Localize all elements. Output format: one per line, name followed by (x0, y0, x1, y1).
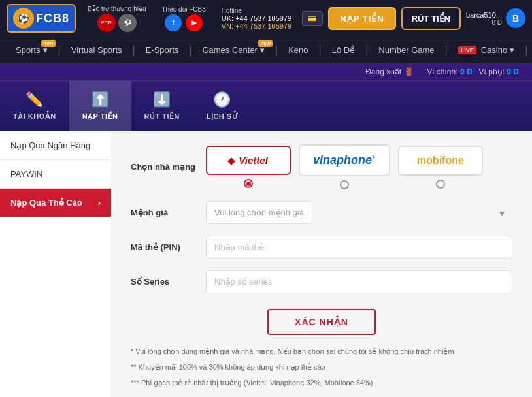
logout-icon: 🚪 (404, 67, 414, 76)
nav-virtual-sports[interactable]: Virtual Sports (62, 37, 131, 63)
user-avatar[interactable]: B (506, 8, 525, 28)
logout-button[interactable]: Đăng xuất 🚪 (365, 67, 414, 76)
rut-tien-icon: ⬇️ (153, 91, 171, 108)
note-1: * Vui lòng chọn đúng mệnh giá và nhà mạn… (131, 345, 512, 358)
hotline-area: Hotline UK: +44 7537 105979 VN: +44 7537… (222, 7, 291, 30)
user-area: barca510... 0 D B (466, 8, 525, 28)
nav-divider-7: | (444, 44, 449, 56)
sidebar-item-paywin[interactable]: PAYWIN (0, 160, 111, 189)
nap-tien-label: NẠP TIỀN (82, 112, 118, 121)
tab-tai-khoan[interactable]: ✏️ TÀI KHOẢN (0, 81, 69, 131)
nav-sports[interactable]: Sports ▾ (7, 37, 57, 63)
rut-tien-label: RÚT TIỀN (144, 112, 180, 121)
nav-divider-3: | (188, 44, 193, 56)
viettel-radio[interactable] (244, 179, 253, 188)
confirm-button[interactable]: XÁC NHẬN (267, 309, 376, 335)
hotline-uk: UK: +44 7537 105979 (222, 14, 291, 22)
main-nav: Sports ▾ | Virtual Sports | E-Sports | G… (0, 37, 532, 63)
sidebar-item-ngan-hang[interactable]: Nạp Qua Ngân Hàng (0, 131, 111, 160)
nav-virtual-sports-label: Virtual Sports (71, 45, 122, 55)
tab-nap-tien[interactable]: ⬆️ NẠP TIỀN (69, 81, 131, 131)
tai-khoan-label: TÀI KHOẢN (13, 112, 56, 121)
live-badge: LIVE (458, 46, 476, 54)
sidebar-arrow-icon: › (98, 198, 101, 208)
nav-esports[interactable]: E-Sports (137, 37, 188, 63)
header: ⚽ FCB8 Bảo trợ thương hiệu FCB ⚽ Theo dõ… (0, 0, 532, 37)
sponsor-label: Bảo trợ thương hiệu (88, 5, 146, 12)
wallet-symbol: 💳 (308, 14, 317, 23)
vinaphone-radio[interactable] (340, 180, 349, 189)
nav-lo-de[interactable]: Lô Đề (323, 37, 364, 63)
nav-casino-arrow: ▾ (510, 45, 514, 55)
nav-casino-label: Casino (481, 45, 507, 55)
main-form: Chọn nhà mạng Viettel vinaphone+ (111, 131, 532, 397)
sponsor-logo-1: FCB (97, 14, 116, 32)
nav-games-label: Games Center (202, 45, 258, 55)
vinaphone-logo: vinaphone+ (313, 153, 376, 167)
nav-lo-de-label: Lô Đề (332, 45, 355, 55)
note-2: ** Khuyến mãi 100% và 30% không áp dụng … (131, 361, 512, 374)
tab-rut-tien[interactable]: ⬇️ RÚT TIỀN (131, 81, 193, 131)
so-series-input[interactable] (206, 270, 512, 293)
nap-tien-button[interactable]: NẠP TIỀN (328, 7, 395, 30)
account-top: Đăng xuất 🚪 Ví chính: 0 D Ví phụ: 0 D (0, 63, 532, 81)
wallet-icon: 💳 (302, 11, 323, 26)
ma-the-label: Mã thẻ (PIN) (131, 242, 196, 252)
wallet-info: Ví chính: 0 D Ví phụ: 0 D (427, 67, 519, 76)
nav-keno-label: Keno (288, 45, 308, 55)
confirm-btn-row: XÁC NHẬN (131, 309, 512, 335)
sponsor-area: Bảo trợ thương hiệu FCB ⚽ (88, 5, 146, 32)
content-area: Nạp Qua Ngân Hàng PAYWIN Nạp Qua Thẻ Cào… (0, 131, 532, 397)
sidebar-ngan-hang-label: Nạp Qua Ngân Hàng (10, 140, 90, 150)
ma-the-input[interactable] (206, 236, 512, 259)
sidebar-item-the-cao[interactable]: Nạp Qua Thẻ Cào › (0, 189, 111, 217)
account-panel: Đăng xuất 🚪 Ví chính: 0 D Ví phụ: 0 D ✏️… (0, 63, 532, 131)
nav-casino[interactable]: LIVE Casino ▾ (449, 37, 524, 63)
nav-divider-6: | (364, 44, 369, 56)
select-arrow-icon: ▾ (499, 206, 505, 219)
follow-label: Theo dõi FCB8 (162, 6, 206, 13)
nav-keno[interactable]: Keno (279, 37, 317, 63)
balance: 0 D (491, 19, 502, 26)
sponsor-logo-2: ⚽ (118, 14, 137, 32)
mobifone-radio[interactable] (436, 180, 445, 189)
nav-fcb-news[interactable]: FCB News (529, 37, 532, 63)
vi-chinh-value: 0 D (460, 67, 473, 76)
provider-mobifone[interactable]: mobifone (398, 146, 483, 176)
nap-tien-icon: ⬆️ (91, 91, 109, 108)
viettel-logo: Viettel (229, 155, 268, 166)
facebook-icon[interactable]: f (165, 14, 182, 31)
vi-chinh-label: Ví chính: (427, 67, 457, 76)
menh-gia-select-wrapper: Vui lòng chọn mệnh giá ▾ (206, 201, 512, 224)
menh-gia-select[interactable]: Vui lòng chọn mệnh giá (206, 201, 312, 224)
sidebar-the-cao-label: Nạp Qua Thẻ Cào (10, 198, 82, 208)
nav-games-arrow: ▾ (260, 45, 265, 55)
nav-sports-label: Sports (16, 45, 41, 55)
menh-gia-label: Mệnh giá (131, 208, 196, 217)
logo-text: FCB8 (36, 12, 69, 25)
mobifone-logo: mobifone (417, 155, 464, 167)
tai-khoan-icon: ✏️ (25, 91, 43, 108)
provider-label: Chọn nhà mạng (131, 162, 196, 172)
follow-icons: f ▶ (165, 14, 203, 31)
nav-divider-5: | (318, 44, 323, 56)
vi-phu-value: 0 D (507, 67, 519, 76)
nav-games-center[interactable]: Games Center ▾ (193, 37, 274, 63)
nav-number-game-label: Number Game (378, 45, 434, 55)
vi-phu-label: Ví phụ: (479, 67, 505, 76)
youtube-icon[interactable]: ▶ (186, 14, 203, 31)
nav-sports-arrow: ▾ (43, 45, 48, 55)
ma-the-row: Mã thẻ (PIN) (131, 236, 512, 259)
nav-divider-8: | (524, 44, 529, 56)
sidebar: Nạp Qua Ngân Hàng PAYWIN Nạp Qua Thẻ Cào… (0, 131, 111, 397)
sidebar-paywin-label: PAYWIN (10, 169, 42, 179)
menh-gia-row: Mệnh giá Vui lòng chọn mệnh giá ▾ (131, 201, 512, 224)
tab-lich-su[interactable]: 🕐 LỊCH SỬ (193, 81, 252, 131)
provider-vinaphone[interactable]: vinaphone+ (299, 144, 390, 176)
nav-number-game[interactable]: Number Game (369, 37, 443, 63)
logo-box[interactable]: ⚽ FCB8 (7, 4, 76, 33)
header-right: 💳 NẠP TIỀN RÚT TIỀN barca510... 0 D B (302, 7, 525, 30)
hotline-label: Hotline (222, 7, 291, 14)
provider-viettel[interactable]: Viettel (206, 146, 291, 175)
rut-tien-button[interactable]: RÚT TIỀN (401, 7, 461, 30)
